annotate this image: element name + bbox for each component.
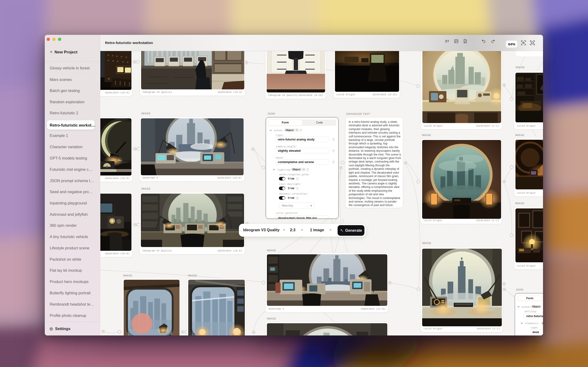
svg-text:{}: {}	[464, 41, 466, 42]
